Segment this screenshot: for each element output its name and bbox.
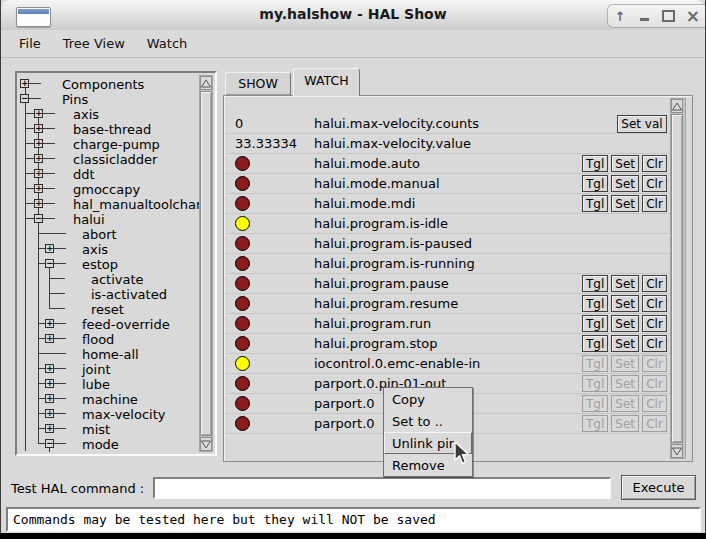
- tgl-button[interactable]: Tgl: [582, 315, 608, 332]
- scrollbar-thumb[interactable]: [671, 114, 683, 443]
- tree-item-halui[interactable]: −halui: [19, 211, 213, 226]
- watch-signal[interactable]: halui.program.stop: [314, 336, 582, 351]
- tgl-button[interactable]: Tgl: [582, 275, 608, 292]
- set-button[interactable]: Set: [611, 335, 639, 352]
- set-button[interactable]: Set: [611, 275, 639, 292]
- tree-item-axis[interactable]: +axis: [19, 241, 213, 256]
- tree-item-hal_manualtoolchan[interactable]: +hal_manualtoolchan: [19, 196, 213, 211]
- collapse-minus-icon[interactable]: −: [45, 259, 54, 268]
- expand-plus-icon[interactable]: +: [34, 124, 43, 133]
- expand-plus-icon[interactable]: +: [34, 169, 43, 178]
- expand-plus-icon[interactable]: +: [34, 154, 43, 163]
- context-menu-item-set-to[interactable]: Set to ..: [384, 410, 472, 432]
- watch-signal[interactable]: halui.mode.auto: [314, 156, 582, 171]
- expand-plus-icon[interactable]: +: [34, 139, 43, 148]
- menu-tree-view[interactable]: Tree View: [55, 33, 133, 54]
- set-button[interactable]: Set: [611, 155, 639, 172]
- minimize-icon[interactable]: [634, 6, 654, 26]
- tgl-button[interactable]: Tgl: [582, 195, 608, 212]
- tree-item-base-thread[interactable]: +base-thread: [19, 121, 213, 136]
- clr-button[interactable]: Clr: [642, 175, 667, 192]
- scrollbar-up-arrow-icon[interactable]: [200, 76, 212, 90]
- tree-item-lube[interactable]: +lube: [19, 376, 213, 391]
- tree-item-activate[interactable]: activate: [19, 271, 213, 286]
- set-button[interactable]: Set: [611, 295, 639, 312]
- tree-item-abort[interactable]: abort: [19, 226, 213, 241]
- set-button[interactable]: Set: [611, 175, 639, 192]
- menu-watch[interactable]: Watch: [139, 33, 195, 54]
- expand-plus-icon[interactable]: +: [20, 79, 29, 88]
- tree-item-estop[interactable]: −estop: [19, 256, 213, 271]
- tgl-button[interactable]: Tgl: [582, 155, 608, 172]
- watch-signal[interactable]: halui.program.resume: [314, 296, 582, 311]
- expand-plus-icon[interactable]: +: [34, 109, 43, 118]
- menu-file[interactable]: File: [11, 33, 49, 54]
- watch-scrollbar[interactable]: [670, 98, 686, 459]
- watch-signal[interactable]: halui.program.pause: [314, 276, 582, 291]
- tree-item-feed-override[interactable]: +feed-override: [19, 316, 213, 331]
- tree-item-Pins[interactable]: −Pins: [19, 91, 213, 106]
- watch-signal[interactable]: halui.mode.manual: [314, 176, 582, 191]
- tree-item-gmoccapy[interactable]: +gmoccapy: [19, 181, 213, 196]
- collapse-minus-icon[interactable]: −: [45, 439, 54, 448]
- expand-plus-icon[interactable]: +: [34, 199, 43, 208]
- tree-item-Components[interactable]: +Components: [19, 76, 213, 91]
- tgl-button[interactable]: Tgl: [582, 295, 608, 312]
- watch-signal[interactable]: iocontrol.0.emc-enable-in: [314, 356, 582, 371]
- context-menu-item-copy[interactable]: Copy: [384, 388, 472, 410]
- set-button[interactable]: Set: [611, 315, 639, 332]
- scrollbar-down-arrow-icon[interactable]: [671, 444, 683, 458]
- tree-item-home-all[interactable]: home-all: [19, 346, 213, 361]
- hal-command-input[interactable]: [153, 477, 611, 499]
- watch-signal[interactable]: halui.program.run: [314, 316, 582, 331]
- expand-plus-icon[interactable]: +: [45, 319, 54, 328]
- tree-item-max-velocity[interactable]: +max-velocity: [19, 406, 213, 421]
- clr-button[interactable]: Clr: [642, 315, 667, 332]
- close-icon[interactable]: ×: [683, 6, 703, 26]
- tree-item-flood[interactable]: +flood: [19, 331, 213, 346]
- clr-button[interactable]: Clr: [642, 275, 667, 292]
- expand-plus-icon[interactable]: +: [45, 379, 54, 388]
- collapse-minus-icon[interactable]: −: [20, 94, 29, 103]
- watch-signal[interactable]: halui.program.is-idle: [314, 216, 667, 231]
- tree-item-is-activated[interactable]: is-activated: [19, 286, 213, 301]
- tgl-button[interactable]: Tgl: [582, 335, 608, 352]
- expand-plus-icon[interactable]: +: [45, 334, 54, 343]
- tab-watch[interactable]: WATCH: [293, 68, 360, 96]
- tree-item-joint[interactable]: +joint: [19, 361, 213, 376]
- set-val-button[interactable]: Set val: [617, 115, 667, 133]
- watch-signal[interactable]: halui.program.is-running: [314, 256, 667, 271]
- scrollbar-thumb[interactable]: [200, 91, 212, 436]
- tree-item-mist[interactable]: +mist: [19, 421, 213, 436]
- tree-item-axis[interactable]: +axis: [19, 106, 213, 121]
- clr-button[interactable]: Clr: [642, 335, 667, 352]
- tree-item-machine[interactable]: +machine: [19, 391, 213, 406]
- watch-signal[interactable]: halui.max-velocity.value: [314, 136, 667, 151]
- clr-button[interactable]: Clr: [642, 155, 667, 172]
- tree-item-charge-pump[interactable]: +charge-pump: [19, 136, 213, 151]
- clr-button[interactable]: Clr: [642, 195, 667, 212]
- tab-show[interactable]: SHOW: [225, 72, 291, 95]
- expand-plus-icon[interactable]: +: [34, 184, 43, 193]
- expand-plus-icon[interactable]: +: [45, 424, 54, 433]
- execute-button[interactable]: Execute: [621, 475, 696, 500]
- tree-item-classicladder[interactable]: +classicladder: [19, 151, 213, 166]
- set-button[interactable]: Set: [611, 195, 639, 212]
- clr-button[interactable]: Clr: [642, 295, 667, 312]
- tree-scrollbar[interactable]: [199, 75, 213, 452]
- tgl-button[interactable]: Tgl: [582, 175, 608, 192]
- expand-plus-icon[interactable]: +: [45, 394, 54, 403]
- tree-item-mode[interactable]: −mode: [19, 436, 213, 451]
- watch-signal[interactable]: halui.mode.mdi: [314, 196, 582, 211]
- collapse-minus-icon[interactable]: −: [34, 214, 43, 223]
- expand-plus-icon[interactable]: +: [45, 244, 54, 253]
- watch-signal[interactable]: halui.max-velocity.counts: [314, 116, 617, 131]
- tree-item-ddt[interactable]: +ddt: [19, 166, 213, 181]
- maximize-icon[interactable]: [659, 6, 679, 26]
- expand-plus-icon[interactable]: +: [45, 409, 54, 418]
- expand-plus-icon[interactable]: +: [45, 364, 54, 373]
- shade-window-icon[interactable]: ↑: [610, 6, 630, 26]
- scrollbar-down-arrow-icon[interactable]: [200, 437, 212, 451]
- scrollbar-up-arrow-icon[interactable]: [671, 99, 683, 113]
- watch-signal[interactable]: halui.program.is-paused: [314, 236, 667, 251]
